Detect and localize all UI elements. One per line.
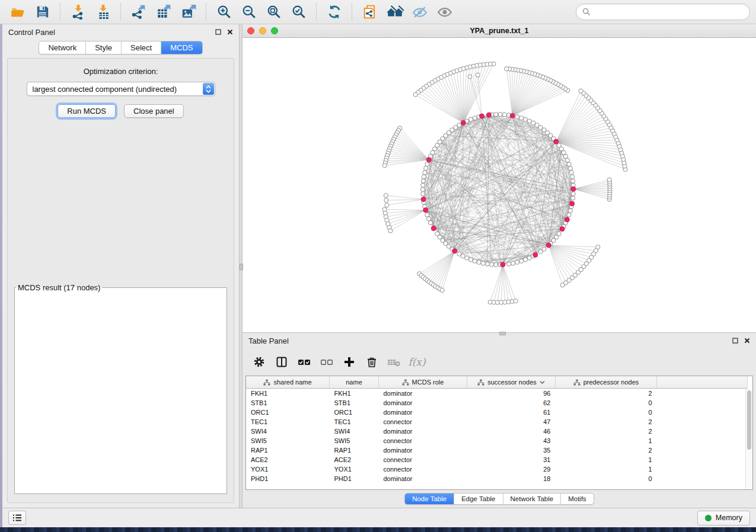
cell-shared-name[interactable]: ORC1 — [246, 408, 330, 417]
cell-predecessor-nodes[interactable]: 1 — [556, 455, 657, 464]
window-close-icon[interactable] — [247, 27, 254, 34]
cell-MCDS-role[interactable]: dominator — [379, 389, 467, 399]
cell-predecessor-nodes[interactable]: 1 — [556, 464, 657, 474]
table-row[interactable]: FKH1FKH1dominator962 — [246, 389, 748, 399]
cell-predecessor-nodes[interactable]: 1 — [556, 436, 657, 446]
table-row[interactable]: ORC1ORC1dominator610 — [246, 408, 748, 417]
cell-shared-name[interactable]: SWI5 — [246, 436, 330, 446]
cell-shared-name[interactable]: TEC1 — [246, 417, 330, 427]
tab-edge-table[interactable]: Edge Table — [454, 493, 502, 504]
column-layout-icon[interactable] — [272, 352, 291, 371]
search-input[interactable] — [594, 7, 744, 17]
float-panel-icon[interactable] — [732, 338, 738, 344]
refresh-view-icon[interactable] — [323, 2, 346, 21]
zoom-fit-icon[interactable] — [262, 2, 286, 21]
tab-select[interactable]: Select — [121, 41, 161, 54]
table-settings-gear-icon[interactable] — [250, 352, 269, 371]
tab-motifs[interactable]: Motifs — [560, 493, 594, 504]
cell-name[interactable]: TEC1 — [330, 417, 379, 427]
import-network-icon[interactable] — [66, 2, 90, 21]
cell-MCDS-role[interactable]: dominator — [379, 427, 467, 436]
cell-predecessor-nodes[interactable]: 0 — [556, 408, 657, 417]
cell-predecessor-nodes[interactable]: 2 — [556, 446, 657, 455]
cell-shared-name[interactable]: FKH1 — [246, 389, 330, 399]
cell-name[interactable]: FKH1 — [330, 389, 379, 399]
cell-successor-nodes[interactable]: 35 — [467, 446, 556, 455]
save-session-icon[interactable] — [31, 2, 55, 21]
window-maximize-icon[interactable] — [271, 27, 278, 34]
cell-shared-name[interactable]: STB1 — [246, 398, 330, 408]
home-view-icon[interactable] — [383, 2, 407, 21]
show-details-icon[interactable] — [433, 2, 457, 21]
tab-mcds[interactable]: MCDS — [161, 41, 202, 54]
cell-predecessor-nodes[interactable]: 0 — [556, 474, 657, 483]
duplicate-network-icon[interactable] — [358, 2, 382, 21]
cell-predecessor-nodes[interactable]: 2 — [556, 417, 657, 427]
zoom-out-icon[interactable] — [237, 2, 261, 21]
cell-predecessor-nodes[interactable]: 0 — [556, 398, 657, 408]
deselect-all-columns-icon[interactable] — [317, 352, 336, 371]
cell-successor-nodes[interactable]: 61 — [467, 408, 556, 417]
cell-name[interactable]: PHD1 — [330, 474, 379, 483]
cell-successor-nodes[interactable]: 47 — [467, 417, 556, 427]
cell-successor-nodes[interactable]: 29 — [467, 464, 556, 474]
window-minimize-icon[interactable] — [259, 27, 266, 34]
tab-network[interactable]: Network — [39, 41, 85, 54]
run-mcds-button[interactable]: Run MCDS — [58, 104, 116, 118]
export-network-icon[interactable] — [127, 2, 151, 21]
column-header-successor-nodes[interactable]: successor nodes — [467, 376, 556, 389]
cell-MCDS-role[interactable]: dominator — [379, 446, 467, 455]
column-header-predecessor-nodes[interactable]: predecessor nodes — [556, 376, 657, 389]
float-panel-icon[interactable] — [215, 29, 221, 35]
cell-name[interactable]: STB1 — [330, 398, 379, 408]
tab-network-table[interactable]: Network Table — [503, 493, 561, 504]
memory-button[interactable]: Memory — [697, 511, 750, 525]
tab-node-table[interactable]: Node Table — [405, 493, 454, 504]
cell-name[interactable]: SWI4 — [330, 427, 379, 436]
table-splitter-handle[interactable] — [499, 332, 506, 335]
cell-predecessor-nodes[interactable]: 2 — [556, 427, 657, 436]
close-panel-button[interactable]: Close panel — [124, 104, 184, 118]
table-row[interactable]: YOX1YOX1connector291 — [246, 464, 748, 474]
cell-name[interactable]: YOX1 — [330, 464, 379, 474]
network-graph[interactable] — [243, 38, 756, 332]
cell-successor-nodes[interactable]: 96 — [467, 389, 556, 399]
cell-shared-name[interactable]: PHD1 — [246, 474, 330, 483]
cell-name[interactable]: SWI5 — [330, 436, 379, 446]
add-column-icon[interactable] — [340, 352, 359, 371]
cell-MCDS-role[interactable]: connector — [379, 417, 467, 427]
cell-MCDS-role[interactable]: dominator — [379, 398, 467, 408]
table-row[interactable]: STB1STB1dominator620 — [246, 398, 748, 408]
column-header-MCDS-role[interactable]: MCDS role — [379, 376, 467, 389]
cell-successor-nodes[interactable]: 46 — [467, 427, 556, 436]
column-header-name[interactable]: name — [330, 376, 379, 389]
hide-details-icon[interactable] — [408, 2, 432, 21]
cell-shared-name[interactable]: SWI4 — [246, 427, 330, 436]
import-table-icon[interactable] — [91, 2, 115, 21]
cell-MCDS-role[interactable]: connector — [379, 464, 467, 474]
table-row[interactable]: ACE2ACE2connector311 — [246, 455, 748, 464]
cell-shared-name[interactable]: RAP1 — [246, 446, 330, 455]
optimization-criterion-select[interactable]: largest connected component (undirected) — [27, 82, 215, 96]
table-scrollbar-thumb[interactable] — [747, 390, 751, 450]
panel-list-button[interactable] — [8, 511, 26, 525]
delete-column-icon[interactable] — [362, 352, 381, 371]
cell-successor-nodes[interactable]: 31 — [467, 455, 556, 464]
zoom-selected-icon[interactable] — [287, 2, 311, 21]
zoom-in-icon[interactable] — [212, 2, 236, 21]
cell-MCDS-role[interactable]: connector — [379, 436, 467, 446]
cell-shared-name[interactable]: ACE2 — [246, 455, 330, 464]
cell-shared-name[interactable]: YOX1 — [246, 464, 330, 474]
cell-name[interactable]: ORC1 — [330, 408, 379, 417]
cell-successor-nodes[interactable]: 18 — [467, 474, 556, 483]
cell-MCDS-role[interactable]: dominator — [379, 474, 467, 483]
cell-successor-nodes[interactable]: 62 — [467, 398, 556, 408]
table-row[interactable]: RAP1RAP1dominator352 — [246, 446, 748, 455]
close-panel-icon[interactable] — [227, 29, 233, 35]
table-row[interactable]: SWI4SWI4dominator462 — [246, 427, 748, 436]
search-box[interactable] — [576, 4, 750, 20]
cell-predecessor-nodes[interactable]: 2 — [556, 389, 657, 399]
cell-name[interactable]: ACE2 — [330, 455, 379, 464]
cell-successor-nodes[interactable]: 43 — [467, 436, 556, 446]
export-table-icon[interactable] — [152, 2, 176, 21]
